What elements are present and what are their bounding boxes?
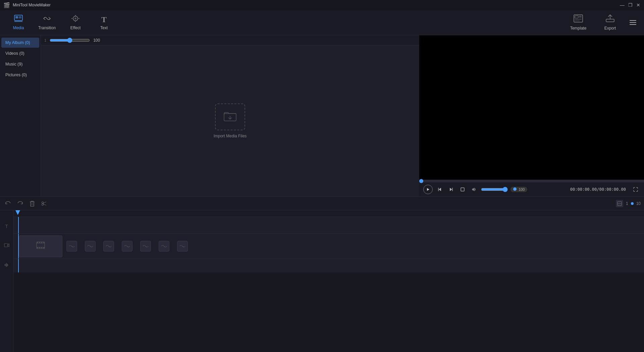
audio-track	[13, 259, 644, 272]
toolbar-item-text[interactable]: T Text	[91, 12, 117, 34]
transition-slot-5[interactable]	[136, 235, 155, 257]
svg-point-24	[42, 204, 44, 205]
transition-icon-6	[159, 241, 169, 252]
stop-button[interactable]	[458, 185, 467, 194]
seekbar-handle[interactable]	[419, 179, 423, 183]
hamburger-icon	[630, 20, 636, 25]
slider-value: 100	[93, 38, 100, 43]
preview-seekbar[interactable]	[419, 180, 644, 182]
delete-button[interactable]	[28, 199, 37, 208]
hamburger-menu-button[interactable]	[627, 16, 639, 29]
transition-slot-2[interactable]	[81, 235, 99, 257]
toolbar-right: Template Export	[563, 12, 639, 34]
speed-dot	[513, 187, 517, 191]
video-clip-1[interactable]	[19, 235, 62, 257]
timeline-main: T	[0, 210, 644, 352]
restore-button[interactable]: ❐	[628, 3, 633, 7]
svg-rect-37	[41, 247, 42, 248]
toolbar-item-export[interactable]: Export	[595, 12, 625, 34]
sidebar-item-my-album[interactable]: My Album (0)	[1, 38, 39, 48]
cut-button[interactable]	[40, 199, 49, 208]
fullscreen-button[interactable]	[631, 185, 640, 194]
titlebar: 🎬 MiniTool MovieMaker — ❐ ✕	[0, 0, 644, 10]
toolbar-item-template[interactable]: Template	[563, 12, 593, 34]
svg-point-5	[74, 17, 76, 19]
step-back-button[interactable]	[435, 185, 444, 194]
sidebar: My Album (0) Videos (0) Music (9) Pictur…	[0, 35, 41, 196]
fit-button[interactable]	[616, 200, 623, 207]
titlebar-left: 🎬 MiniTool MovieMaker	[3, 2, 51, 8]
svg-point-23	[42, 202, 44, 203]
transition-slot-7[interactable]	[173, 235, 192, 257]
text-track	[13, 217, 644, 234]
timeline-tools-right: 1 10	[616, 200, 641, 207]
svg-rect-33	[41, 242, 42, 243]
sidebar-item-pictures[interactable]: Pictures (0)	[1, 70, 39, 80]
undo-button[interactable]	[3, 199, 13, 208]
svg-rect-12	[579, 16, 582, 17]
time-total: 00:00:00.00	[599, 187, 626, 192]
play-button[interactable]	[423, 185, 433, 194]
text-icon: T	[101, 15, 107, 24]
video-track-icon	[4, 243, 9, 249]
svg-rect-14	[575, 19, 582, 20]
text-track-icon: T	[5, 224, 8, 229]
preview-video	[419, 35, 644, 180]
volume-icon	[470, 185, 478, 194]
svg-rect-27	[4, 244, 8, 247]
toolbar-effect-label: Effect	[70, 26, 80, 30]
transition-slot-1[interactable]	[62, 235, 81, 257]
titlebar-controls: — ❐ ✕	[620, 3, 641, 7]
toolbar-item-effect[interactable]: Effect	[62, 12, 89, 34]
toolbar-item-media[interactable]: Media	[5, 12, 32, 34]
svg-rect-38	[43, 247, 44, 248]
svg-rect-13	[579, 17, 582, 18]
transition-icon-5	[140, 241, 151, 252]
toolbar-export-label: Export	[604, 26, 616, 31]
toolbar-item-transition[interactable]: Transition	[34, 12, 60, 34]
speed-indicator[interactable]: 100	[511, 187, 527, 192]
toolbar-left: Media Transition	[5, 12, 117, 34]
template-icon	[574, 14, 583, 25]
timeline-toolbar: 1 10	[0, 197, 644, 210]
toolbar-text-label: Text	[100, 26, 108, 30]
close-button[interactable]: ✕	[636, 3, 641, 7]
svg-rect-11	[575, 16, 578, 18]
main-area: My Album (0) Videos (0) Music (9) Pictur…	[0, 35, 644, 196]
toolbar: Media Transition	[0, 10, 644, 35]
transition-icon-3	[103, 241, 114, 252]
volume-slider[interactable]	[481, 187, 508, 192]
zoom-slider[interactable]	[50, 38, 90, 43]
tl-tracks	[13, 210, 644, 352]
svg-rect-35	[37, 247, 38, 248]
film-icon	[36, 241, 45, 251]
import-area: Import Media Files	[41, 45, 419, 196]
playhead-audio-track	[18, 259, 19, 272]
effect-icon	[71, 15, 80, 24]
svg-rect-31	[37, 242, 38, 243]
import-media-button[interactable]	[215, 103, 245, 130]
svg-rect-16	[606, 19, 614, 22]
tl-ruler	[13, 210, 644, 217]
transition-icon	[43, 15, 51, 24]
toolbar-transition-label: Transition	[38, 26, 56, 30]
timeline-area: 1 10 T	[0, 196, 644, 352]
minimize-button[interactable]: —	[620, 3, 625, 7]
tl-left-panel: T	[0, 210, 13, 352]
step-forward-button[interactable]	[447, 185, 455, 194]
playhead-head	[15, 210, 20, 215]
scale-start: 1	[626, 201, 628, 206]
slider-row: 1 100	[41, 35, 419, 45]
transition-slot-4[interactable]	[118, 235, 136, 257]
transition-slot-3[interactable]	[99, 235, 118, 257]
toolbar-template-label: Template	[570, 26, 587, 31]
transition-slot-6[interactable]	[155, 235, 173, 257]
import-folder-icon	[223, 110, 237, 124]
scale-dot	[631, 202, 634, 205]
time-display: 00:00:00.00/00:00:00.00	[570, 187, 626, 192]
playhead-text-track	[18, 217, 19, 233]
sidebar-item-videos[interactable]: Videos (0)	[1, 48, 39, 58]
transition-icon-7	[177, 241, 188, 252]
sidebar-item-music[interactable]: Music (9)	[1, 59, 39, 69]
redo-button[interactable]	[15, 199, 25, 208]
